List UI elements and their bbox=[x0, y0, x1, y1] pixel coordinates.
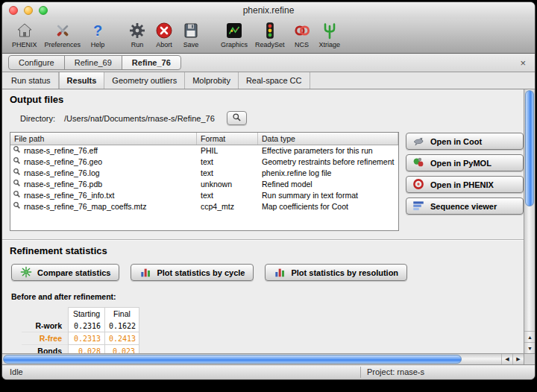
browse-directory-button[interactable] bbox=[227, 111, 247, 125]
toolbar: PHENIX Preferences ? Help bbox=[2, 19, 535, 54]
app-window: phenix.refine PHENIX Preferences ? Help bbox=[2, 2, 535, 379]
file-format: text bbox=[197, 190, 258, 201]
scrollbar-corner bbox=[524, 353, 535, 364]
button-label: Open in Coot bbox=[430, 137, 482, 146]
file-data-type: Geometry restraints before refinement bbox=[258, 157, 398, 168]
sub-tab-bar: Run status Results Geometry outliers Mol… bbox=[2, 72, 535, 89]
plot-by-cycle-button[interactable]: Plot statistics by cycle bbox=[131, 264, 254, 281]
scroll-up-arrow[interactable]: ▲ bbox=[524, 331, 535, 342]
close-tab-button[interactable]: × bbox=[520, 57, 526, 69]
stats-value: 0.028 bbox=[68, 345, 105, 353]
section-divider bbox=[2, 239, 524, 241]
tab-real-space-cc[interactable]: Real-space CC bbox=[239, 72, 310, 89]
results-panel: Output files Directory: /Users/nat/Docum… bbox=[2, 89, 535, 364]
file-path: rnase-s_refine_76_info.txt bbox=[24, 190, 114, 201]
tab-refine-69[interactable]: Refine_69 bbox=[64, 55, 122, 70]
bar-chart-icon bbox=[139, 266, 151, 279]
file-path: rnase-s_refine_76.eff bbox=[24, 145, 98, 157]
file-format: text bbox=[197, 157, 258, 168]
table-row[interactable]: rnase-s_refine_76_info.txt text Run summ… bbox=[10, 190, 398, 201]
tab-molprobity[interactable]: Molprobity bbox=[185, 72, 239, 89]
table-row[interactable]: rnase-s_refine_76.pdb unknown Refined mo… bbox=[10, 179, 398, 190]
toolbar-label: ReadySet bbox=[255, 41, 285, 48]
stats-row-label: R-work bbox=[22, 320, 68, 332]
toolbar-button-graphics[interactable]: Graphics bbox=[217, 20, 251, 49]
button-label: Open in PHENIX bbox=[430, 180, 494, 189]
toolbar-button-xtriage[interactable]: Xtriage bbox=[315, 20, 345, 49]
horizontal-scrollbar-thumb[interactable] bbox=[3, 355, 462, 364]
gear-icon bbox=[128, 21, 147, 40]
horizontal-scrollbar[interactable]: ◀ ▶ bbox=[2, 353, 524, 364]
open-in-pymol-button[interactable]: Open in PyMOL bbox=[406, 154, 524, 171]
toolbar-button-ncs[interactable]: NCS bbox=[289, 20, 315, 49]
table-row[interactable]: rnase-s_refine_76_map_coeffs.mtz ccp4_mt… bbox=[10, 201, 398, 212]
phenix-viewer-icon bbox=[412, 177, 425, 192]
viewer-buttons: Open in Coot Open in PyMOL Open in PHENI… bbox=[406, 132, 524, 231]
file-data-type: phenix.refine log file bbox=[258, 168, 398, 179]
tab-refine-76[interactable]: Refine_76 bbox=[122, 55, 181, 70]
column-header-data-type[interactable]: Data type bbox=[258, 133, 398, 145]
vertical-scroll-arrows: ▲ ▼ bbox=[524, 331, 535, 353]
magnifier-icon bbox=[13, 168, 21, 179]
window-title: phenix.refine bbox=[2, 2, 535, 19]
stats-row-label: Bonds bbox=[22, 345, 68, 353]
stats-row-label: R-free bbox=[22, 332, 68, 345]
xtriage-icon bbox=[320, 21, 339, 40]
titlebar: phenix.refine bbox=[2, 2, 535, 19]
traffic-light-icon bbox=[260, 21, 280, 40]
toolbar-button-readyset[interactable]: ReadySet bbox=[251, 20, 289, 49]
button-label: Plot statistics by cycle bbox=[157, 268, 245, 277]
scroll-left-arrow[interactable]: ◀ bbox=[501, 354, 512, 364]
table-row[interactable]: rnase-s_refine_76.log text phenix.refine… bbox=[10, 168, 398, 179]
file-format: text bbox=[197, 168, 258, 179]
toolbar-button-abort[interactable]: Abort bbox=[151, 20, 178, 49]
tab-geometry-outliers[interactable]: Geometry outliers bbox=[104, 72, 185, 89]
scroll-right-arrow[interactable]: ▶ bbox=[512, 354, 524, 364]
close-window-button[interactable] bbox=[9, 6, 18, 15]
tools-icon bbox=[53, 21, 72, 40]
magnifier-icon bbox=[13, 201, 21, 212]
toolbar-button-run[interactable]: Run bbox=[124, 20, 151, 49]
table-row[interactable]: rnase-s_refine_76.geo text Geometry rest… bbox=[10, 157, 398, 168]
stats-value: 0.1622 bbox=[105, 320, 139, 332]
column-header-format[interactable]: Format bbox=[197, 133, 258, 145]
tab-results[interactable]: Results bbox=[59, 72, 105, 89]
stats-column-starting: Starting bbox=[68, 307, 105, 320]
vertical-scrollbar[interactable]: ▲ ▼ bbox=[524, 89, 535, 353]
stats-value: 0.2313 bbox=[68, 332, 105, 345]
open-in-coot-button[interactable]: Open in Coot bbox=[406, 133, 524, 150]
magnifier-icon bbox=[13, 190, 21, 201]
table-row[interactable]: rnase-s_refine_76.eff PHIL Effective par… bbox=[10, 145, 398, 157]
file-data-type: Effective parameters for this run bbox=[258, 145, 398, 157]
minimize-window-button[interactable] bbox=[24, 6, 33, 15]
magnifier-icon bbox=[232, 113, 242, 124]
tab-run-status[interactable]: Run status bbox=[4, 72, 59, 89]
button-label: Sequence viewer bbox=[430, 202, 497, 211]
vertical-scrollbar-thumb[interactable] bbox=[525, 90, 534, 206]
toolbar-button-phenix[interactable]: PHENIX bbox=[8, 20, 41, 49]
plot-by-resolution-button[interactable]: Plot statistics by resolution bbox=[265, 264, 407, 281]
status-text: Idle bbox=[10, 367, 23, 376]
before-after-label: Before and after refinement: bbox=[11, 292, 524, 301]
column-header-file-path[interactable]: File path bbox=[10, 133, 197, 145]
output-files-heading: Output files bbox=[10, 94, 524, 105]
file-path: rnase-s_refine_76_map_coeffs.mtz bbox=[24, 201, 146, 212]
stats-value: 0.023 bbox=[105, 345, 139, 353]
button-label: Compare statistics bbox=[37, 268, 110, 277]
toolbar-label: Abort bbox=[156, 41, 172, 48]
tab-configure[interactable]: Configure bbox=[8, 55, 65, 70]
sequence-viewer-button[interactable]: Sequence viewer bbox=[406, 197, 524, 215]
results-scrollview: Output files Directory: /Users/nat/Docum… bbox=[2, 89, 524, 353]
toolbar-button-preferences[interactable]: Preferences bbox=[41, 20, 85, 49]
zoom-window-button[interactable] bbox=[39, 6, 48, 15]
open-in-phenix-button[interactable]: Open in PHENIX bbox=[406, 176, 524, 193]
toolbar-button-save[interactable]: Save bbox=[178, 20, 204, 49]
output-files-table: File path Format Data type rnase-s_refin… bbox=[10, 132, 399, 231]
toolbar-button-help[interactable]: ? Help bbox=[84, 20, 111, 49]
compare-statistics-button[interactable]: Compare statistics bbox=[11, 264, 119, 281]
toolbar-label: Save bbox=[183, 41, 199, 48]
refinement-statistics-heading: Refinement statistics bbox=[10, 245, 524, 256]
scroll-down-arrow[interactable]: ▼ bbox=[524, 342, 535, 353]
save-icon bbox=[181, 21, 201, 40]
before-after-table: Starting Final R-work 0.2316 0.1622 R-fr… bbox=[22, 307, 139, 353]
